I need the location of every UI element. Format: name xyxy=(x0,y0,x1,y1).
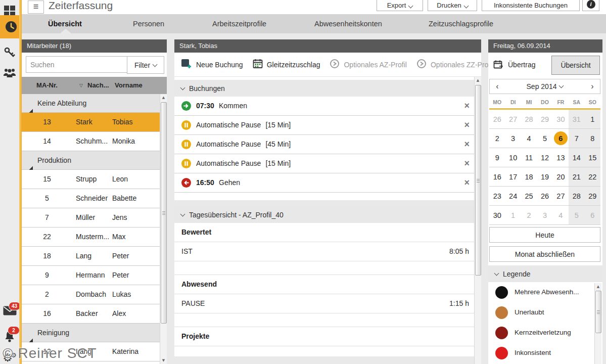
calendar-day-25[interactable]: 25 xyxy=(521,187,537,205)
delete-booking-icon[interactable]: × xyxy=(464,173,470,192)
calendar-day-11[interactable]: 11 xyxy=(521,148,537,167)
calendar-day-2[interactable]: 2 xyxy=(521,206,537,224)
employee-row-backer-alex[interactable]: 16BackerAlex xyxy=(22,304,160,324)
close-month-button[interactable]: Monat abschließen xyxy=(489,246,600,262)
calendar-day-9[interactable]: 9 xyxy=(489,148,505,167)
calendar-day-20[interactable]: 20 xyxy=(553,167,569,186)
tab-personen[interactable]: Personen xyxy=(133,14,164,33)
search-input[interactable] xyxy=(26,56,129,73)
calendar-day-30[interactable]: 30 xyxy=(489,206,505,224)
employee-row-musterm-max[interactable]: 22Musterm...Max xyxy=(22,228,160,247)
info-button[interactable]: i xyxy=(582,0,599,11)
carryover-button[interactable]: Übertrag xyxy=(493,53,535,77)
scroll-up-icon[interactable]: ▲ xyxy=(160,96,167,100)
booking-row-pause[interactable]: Automatische Pause[15 Min]× xyxy=(174,116,474,135)
gleitzeitzuschlag-button[interactable]: Gleitzeitzuschlag xyxy=(253,59,320,70)
calendar-day-1[interactable]: 1 xyxy=(505,206,521,224)
legend-section-header[interactable]: Legende xyxy=(488,265,602,282)
calendar-day-4[interactable]: 4 xyxy=(521,129,537,148)
print-button[interactable]: Drucken xyxy=(428,0,477,11)
scroll-down-icon[interactable]: ▼ xyxy=(160,358,167,362)
scrollbar-thumb[interactable] xyxy=(161,102,167,324)
calendar-day-1[interactable]: 1 xyxy=(585,110,600,128)
calendar-day-6[interactable]: 6 xyxy=(585,206,600,224)
bookings-section-header[interactable]: Buchungen xyxy=(174,80,474,97)
calendar-day-8[interactable]: 8 xyxy=(585,129,600,148)
column-vorname[interactable]: Vorname xyxy=(115,77,143,94)
calendar-day-28[interactable]: 28 xyxy=(521,110,537,128)
month-label[interactable]: Sep 2014 xyxy=(527,82,557,90)
calendar-day-3[interactable]: 3 xyxy=(537,206,552,224)
calendar-day-19[interactable]: 19 xyxy=(537,167,552,186)
booking-row-gehen[interactable]: 16:50Gehen× xyxy=(174,173,474,193)
time-tracking-nav-button[interactable] xyxy=(0,15,22,38)
booking-row-kommen[interactable]: 07:30Kommen× xyxy=(174,97,474,116)
employee-row-lang-peter[interactable]: 18LangPeter xyxy=(22,247,160,266)
employee-row-hermann-peter[interactable]: 9HermannPeter xyxy=(22,266,160,285)
employee-row-müller-jens[interactable]: 7MüllerJens xyxy=(22,208,160,228)
employee-row-dombach-lukas[interactable]: 2DombachLukas xyxy=(22,285,160,304)
employee-row-schuhm-monika[interactable]: 14Schuhm...Monika xyxy=(22,132,160,151)
calendar-day-2[interactable]: 2 xyxy=(489,129,505,148)
filter-button[interactable]: Filter xyxy=(127,56,164,74)
calendar-day-26[interactable]: 26 xyxy=(537,187,552,205)
calendar-day-10[interactable]: 10 xyxy=(505,148,521,167)
calendar-day-23[interactable]: 23 xyxy=(489,187,505,205)
day-overview-section-header[interactable]: Tagesübersicht - AZ_Profil_40 xyxy=(174,206,474,223)
notifications-nav-button[interactable]: 2 xyxy=(0,328,19,348)
inconsistent-bookings-button[interactable]: Inkonsistente Buchungen xyxy=(482,0,580,11)
delete-booking-icon[interactable]: × xyxy=(464,97,470,115)
delete-booking-icon[interactable]: × xyxy=(464,116,470,134)
scrollbar-thumb[interactable] xyxy=(595,291,601,333)
booking-row-pause[interactable]: Automatische Pause[15 Min]× xyxy=(174,154,474,173)
calendar-day-12[interactable]: 12 xyxy=(537,148,552,167)
calendar-day-27[interactable]: 27 xyxy=(505,110,521,128)
calendar-day-18[interactable]: 18 xyxy=(521,167,537,186)
next-month-button[interactable]: › xyxy=(585,79,600,94)
group-row-keine-abteilung[interactable]: Keine Abteilung xyxy=(22,94,160,113)
calendar-day-26[interactable]: 26 xyxy=(489,110,505,128)
calendar-day-14[interactable]: 14 xyxy=(569,148,584,167)
calendar-day-5[interactable]: 5 xyxy=(569,206,584,224)
calendar-day-16[interactable]: 16 xyxy=(489,167,505,186)
calendar-day-7[interactable]: 7 xyxy=(569,129,584,148)
detail-scrollbar[interactable]: ▲ xyxy=(474,77,481,364)
calendar-day-6[interactable]: 6 xyxy=(553,129,569,148)
calendar-day-29[interactable]: 29 xyxy=(585,187,600,205)
scroll-up-icon[interactable]: ▲ xyxy=(595,285,601,289)
group-row-reinigung[interactable]: Reinigung xyxy=(22,324,160,342)
employee-row-schneider-babette[interactable]: 5SchneiderBabette xyxy=(22,189,160,208)
messages-nav-button[interactable]: 43 xyxy=(0,301,19,322)
key-nav-button[interactable] xyxy=(0,42,19,63)
calendar-day-30[interactable]: 30 xyxy=(553,110,569,128)
calendar-day-21[interactable]: 21 xyxy=(569,167,584,186)
column-ma-nr[interactable]: MA-Nr. xyxy=(27,77,67,94)
calendar-day-5[interactable]: 5 xyxy=(537,129,552,148)
today-button[interactable]: Heute xyxy=(489,227,600,243)
calendar-day-31[interactable]: 31 xyxy=(569,110,584,128)
calendar-day-3[interactable]: 3 xyxy=(505,129,521,148)
delete-booking-icon[interactable]: × xyxy=(464,135,470,154)
overview-toggle-button[interactable]: Übersicht xyxy=(551,56,600,75)
calendar-day-29[interactable]: 29 xyxy=(537,110,552,128)
neue-buchung-button[interactable]: Neue Buchung xyxy=(181,59,243,70)
scroll-up-icon[interactable]: ▲ xyxy=(475,78,481,82)
employee-row-strupp-leon[interactable]: 15StruppLeon xyxy=(22,170,160,189)
calendar-day-4[interactable]: 4 xyxy=(553,206,569,224)
employee-table-header[interactable]: MA-Nr. ▽ Nach... Vorname xyxy=(22,77,167,94)
column-nachname[interactable]: Nach... xyxy=(87,77,109,94)
delete-booking-icon[interactable]: × xyxy=(464,154,470,173)
menu-button[interactable]: ≡ xyxy=(28,1,44,14)
export-button[interactable]: Export xyxy=(377,0,423,11)
tab-arbeitszeitprofile[interactable]: Arbeitszeitprofile xyxy=(212,14,266,33)
calendar-day-13[interactable]: 13 xyxy=(553,148,569,167)
tab-abwesenheitskonten[interactable]: Abwesenheitskonten xyxy=(314,14,382,33)
prev-month-button[interactable]: ‹ xyxy=(490,79,505,94)
tab-zeitzuschlagsprofile[interactable]: Zeitzuschlagsprofile xyxy=(429,14,493,33)
calendar-day-17[interactable]: 17 xyxy=(505,167,521,186)
calendar-day-27[interactable]: 27 xyxy=(553,187,569,205)
booking-row-pause[interactable]: Automatische Pause[45 Min]× xyxy=(174,135,474,154)
legend-scrollbar[interactable]: ▲ xyxy=(594,283,601,364)
employee-list-scrollbar[interactable]: ▲ ▼ xyxy=(160,94,167,364)
calendar-day-22[interactable]: 22 xyxy=(585,167,600,186)
